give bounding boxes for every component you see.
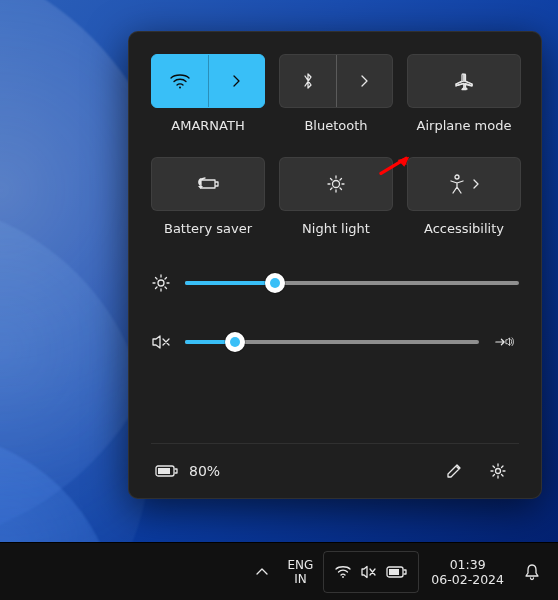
svg-point-6 xyxy=(496,469,501,474)
bluetooth-toggle[interactable] xyxy=(280,55,337,107)
language-indicator[interactable]: ENG IN xyxy=(279,551,321,593)
accessibility-tile[interactable] xyxy=(407,157,521,211)
language-primary: ENG xyxy=(287,558,313,572)
night-light-icon xyxy=(326,174,346,194)
airplane-icon xyxy=(453,71,475,91)
tray-overflow-button[interactable] xyxy=(247,551,277,593)
wifi-tile[interactable] xyxy=(151,54,265,108)
clock[interactable]: 01:39 06-02-2024 xyxy=(421,551,514,593)
brightness-slider[interactable] xyxy=(185,281,519,285)
system-tray[interactable] xyxy=(323,551,419,593)
battery-saver-label: Battery saver xyxy=(164,221,252,236)
clock-date: 06-02-2024 xyxy=(431,572,504,587)
brightness-icon xyxy=(151,274,171,292)
volume-muted-icon xyxy=(360,565,378,579)
bell-icon xyxy=(524,563,540,581)
wifi-expand[interactable] xyxy=(209,55,265,107)
wifi-label: AMARNATH xyxy=(171,118,244,133)
volume-muted-icon xyxy=(151,334,171,350)
svg-point-3 xyxy=(158,280,164,286)
chevron-up-icon xyxy=(255,567,269,577)
chevron-right-icon xyxy=(472,178,480,190)
quick-settings-grid-2: Battery saver Night light Accessibility xyxy=(151,157,519,236)
wifi-icon xyxy=(334,565,352,579)
airplane-mode-tile[interactable] xyxy=(407,54,521,108)
accessibility-label: Accessibility xyxy=(424,221,504,236)
settings-button[interactable] xyxy=(481,456,515,486)
chevron-right-icon xyxy=(231,74,241,88)
quick-settings-panel: AMARNATH Bluetooth Airplane mode xyxy=(128,31,542,499)
battery-percent: 80% xyxy=(189,463,220,479)
bluetooth-icon xyxy=(301,71,315,91)
battery-icon xyxy=(386,566,408,578)
battery-saver-icon xyxy=(195,176,221,192)
airplane-mode-label: Airplane mode xyxy=(417,118,512,133)
pencil-icon xyxy=(445,462,463,480)
panel-footer: 80% xyxy=(151,443,519,498)
volume-slider-row xyxy=(151,334,519,350)
svg-rect-5 xyxy=(158,468,170,474)
clock-time: 01:39 xyxy=(450,557,486,572)
wifi-toggle[interactable] xyxy=(152,55,209,107)
svg-point-1 xyxy=(333,181,340,188)
notifications-button[interactable] xyxy=(516,551,548,593)
gear-icon xyxy=(489,462,507,480)
svg-point-7 xyxy=(342,576,344,578)
wifi-icon xyxy=(169,72,191,90)
svg-rect-9 xyxy=(389,569,399,575)
svg-point-0 xyxy=(179,87,181,89)
volume-slider[interactable] xyxy=(185,340,479,344)
battery-icon xyxy=(155,464,179,478)
edit-quick-settings-button[interactable] xyxy=(437,456,471,486)
night-light-label: Night light xyxy=(302,221,370,236)
accessibility-icon xyxy=(448,174,466,194)
audio-output-expand[interactable] xyxy=(493,334,519,350)
bluetooth-expand[interactable] xyxy=(337,55,393,107)
bluetooth-label: Bluetooth xyxy=(304,118,367,133)
chevron-right-icon xyxy=(359,74,369,88)
night-light-tile[interactable] xyxy=(279,157,393,211)
bluetooth-tile[interactable] xyxy=(279,54,393,108)
quick-settings-grid: AMARNATH Bluetooth Airplane mode xyxy=(151,54,519,133)
taskbar: ENG IN 01:39 06-02-2024 xyxy=(0,542,558,600)
language-secondary: IN xyxy=(294,572,307,586)
battery-saver-tile[interactable] xyxy=(151,157,265,211)
brightness-slider-row xyxy=(151,274,519,292)
svg-point-2 xyxy=(455,175,459,179)
